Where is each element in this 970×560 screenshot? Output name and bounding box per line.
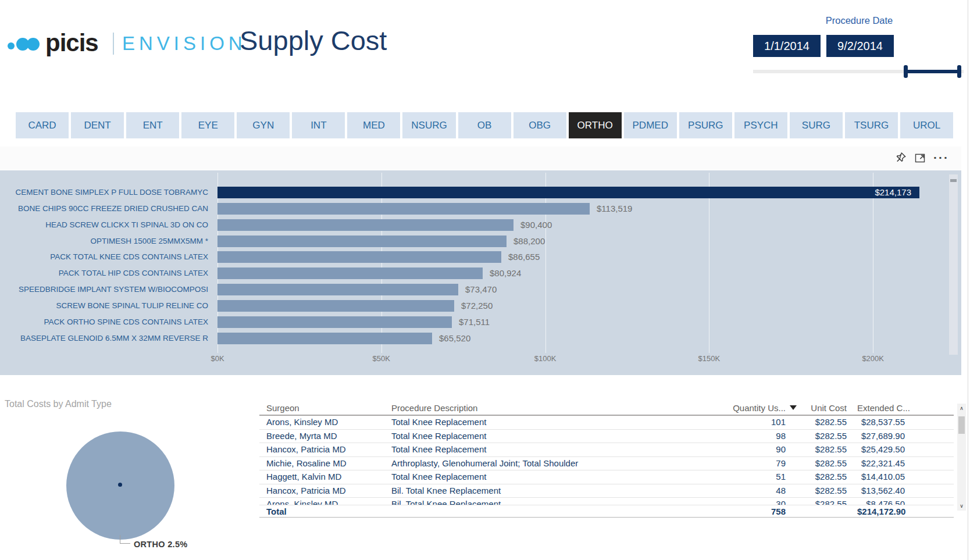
bar-6[interactable]	[217, 267, 483, 279]
cell-surgeon: Hancox, Patricia MD	[266, 484, 388, 497]
table-row[interactable]: Arons, Kinsley MDTotal Knee Replacement1…	[259, 416, 954, 430]
tab-ortho[interactable]: ORTHO	[569, 112, 622, 138]
x-axis-tick-$50K: $50K	[361, 354, 402, 363]
tab-eye[interactable]: EYE	[181, 112, 234, 138]
table-row[interactable]: Breede, Myrta MDTotal Knee Replacement98…	[259, 430, 954, 444]
cell-surgeon: Hancox, Patricia MD	[266, 443, 388, 456]
date-range-slider[interactable]	[753, 65, 964, 78]
table-header-row: SurgeonProcedure DescriptionQuantity Us.…	[259, 402, 954, 416]
total-label: Total	[266, 505, 287, 518]
cell-surgeon: Arons, Kinsley MD	[266, 498, 388, 505]
tab-card[interactable]: CARD	[16, 112, 69, 138]
cell-extended_cost: $25,429.50	[857, 443, 905, 456]
page-title: Supply Cost	[240, 24, 387, 56]
slider-handle-end[interactable]	[957, 65, 961, 78]
cell-unit_cost: $282.55	[800, 484, 847, 497]
scroll-up-icon[interactable]: ∧	[957, 405, 966, 411]
bar-9[interactable]	[217, 316, 452, 328]
cell-quantity: 101	[666, 416, 786, 429]
bar-value-label: $113,519	[597, 203, 632, 215]
table-scrollbar[interactable]: ∧ ∨	[957, 404, 966, 511]
column-header-unit_cost[interactable]: Unit Cost	[800, 402, 847, 414]
bar-4[interactable]	[217, 236, 507, 247]
bar-value-label: $88,200	[513, 236, 545, 247]
column-header-quantity[interactable]: Quantity Us...	[666, 402, 786, 414]
bar-2[interactable]	[217, 203, 590, 215]
tab-psurg[interactable]: PSURG	[679, 112, 732, 138]
column-header-procedure[interactable]: Procedure Description	[391, 402, 682, 414]
sort-descending-icon[interactable]	[790, 405, 797, 410]
cell-surgeon: Arons, Kinsley MD	[266, 416, 388, 429]
tab-ob[interactable]: OB	[458, 112, 511, 138]
table-row[interactable]: Arons, Kinsley MDBil. Total Knee Replace…	[259, 498, 954, 505]
cell-unit_cost: $282.55	[800, 470, 847, 483]
tab-ent[interactable]: ENT	[126, 112, 179, 138]
chart-scrollbar-thumb[interactable]	[950, 179, 957, 182]
cell-quantity: 79	[666, 457, 786, 470]
cell-quantity: 48	[666, 484, 786, 497]
end-date-field[interactable]: 9/2/2014	[826, 35, 894, 57]
cell-procedure: Total Knee Replacement	[391, 430, 682, 443]
column-header-extended_cost[interactable]: Extended C...	[857, 402, 905, 414]
bar-10[interactable]	[217, 333, 432, 344]
bar-category-label: PACK TOTAL HIP CDS CONTAINS LATEX	[0, 267, 208, 279]
start-date-field[interactable]: 1/1/2014	[753, 35, 821, 57]
cell-procedure: Total Knee Replacement	[391, 443, 682, 456]
tab-tsurg[interactable]: TSURG	[845, 112, 898, 138]
cell-procedure: Arthroplasty, Glenohumeral Joint; Total …	[391, 457, 682, 470]
picis-logo-dots-icon	[7, 35, 44, 53]
specialty-tabs: CARDDENTENTEYEGYNINTMEDNSURGOBOBGORTHOPD…	[16, 112, 953, 138]
tab-gyn[interactable]: GYN	[237, 112, 290, 138]
table-scrollbar-thumb[interactable]	[958, 416, 965, 434]
x-axis-tick-$150K: $150K	[689, 354, 729, 363]
bar-8[interactable]	[217, 300, 454, 312]
cell-extended_cost: $13,562.40	[857, 484, 905, 497]
tab-obg[interactable]: OBG	[513, 112, 566, 138]
bar-5[interactable]	[217, 251, 501, 263]
bar-7[interactable]	[217, 284, 458, 295]
more-options-icon[interactable]: ···	[933, 153, 949, 162]
brand-logo-text: picis	[45, 29, 98, 57]
gridline-$100K	[545, 173, 546, 353]
cell-unit_cost: $282.55	[800, 443, 847, 456]
focus-mode-icon[interactable]	[914, 152, 926, 163]
tab-med[interactable]: MED	[347, 112, 400, 138]
table-row[interactable]: Hancox, Patricia MDTotal Knee Replacemen…	[259, 443, 954, 457]
table-body: Arons, Kinsley MDTotal Knee Replacement1…	[259, 416, 954, 505]
bar-3[interactable]	[217, 219, 513, 231]
tab-pdmed[interactable]: PDMED	[624, 112, 677, 138]
column-header-surgeon[interactable]: Surgeon	[266, 402, 388, 414]
bar-category-label: SPEEDBRIDGE IMPLANT SYSTEM W/BIOCOMPOSI	[0, 284, 208, 295]
bar-category-label: SCREW BONE SPINAL TULIP RELINE CO	[0, 300, 208, 312]
cell-procedure: Total Knee Replacement	[391, 416, 682, 429]
slider-handle-start[interactable]	[904, 65, 908, 78]
slider-selected-range[interactable]	[906, 70, 960, 73]
tab-int[interactable]: INT	[292, 112, 345, 138]
total-quantity: 758	[666, 505, 786, 518]
pin-icon[interactable]	[895, 152, 907, 163]
bar-value-label: $73,470	[465, 284, 497, 295]
cell-extended_cost: $22,321.45	[857, 457, 905, 470]
bar-value-label: $65,520	[439, 333, 470, 344]
bar-value-label: $214,173	[217, 187, 911, 198]
scroll-down-icon[interactable]: ∨	[957, 503, 966, 509]
bar-value-label: $80,924	[490, 267, 521, 279]
tab-nsurg[interactable]: NSURG	[402, 112, 455, 138]
table-row[interactable]: Michie, Rosaline MDArthroplasty, Glenohu…	[259, 457, 954, 471]
table-row[interactable]: Haggett, Kalvin MDTotal Knee Replacement…	[259, 470, 954, 484]
table-row[interactable]: Hancox, Patricia MDBil. Total Knee Repla…	[259, 484, 954, 498]
x-axis-tick-$200K: $200K	[853, 354, 893, 363]
surgeon-cost-table: SurgeonProcedure DescriptionQuantity Us.…	[259, 402, 954, 518]
cell-quantity: 51	[666, 470, 786, 483]
product-logo-text: ENVISION	[122, 33, 247, 55]
chart-scrollbar[interactable]	[949, 174, 958, 355]
cell-procedure: Bil. Total Knee Replacement	[391, 484, 682, 497]
tab-surg[interactable]: SURG	[790, 112, 843, 138]
supply-cost-bar-chart: $0K$50K$100K$150K$200KCEMENT BONE SIMPLE…	[0, 170, 961, 375]
tab-psych[interactable]: PSYCH	[734, 112, 787, 138]
logo-divider	[113, 33, 114, 55]
tab-dent[interactable]: DENT	[71, 112, 124, 138]
page-edge-divider	[968, 0, 968, 560]
tab-urol[interactable]: UROL	[900, 112, 953, 138]
table-total-row: Total 758 $214,172.90	[259, 505, 954, 518]
